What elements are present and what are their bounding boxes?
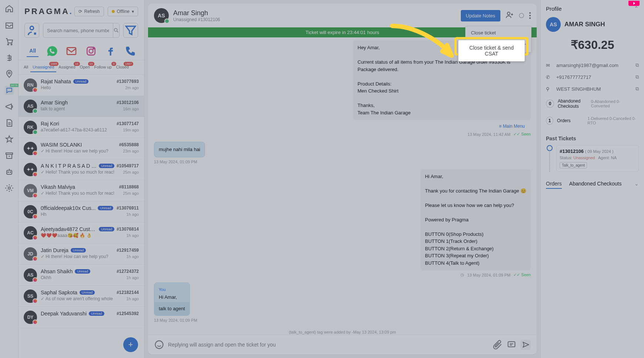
close-ticket-csat-option[interactable]: Close ticket & send CSAT [466, 39, 531, 52]
template-icon[interactable] [506, 339, 517, 350]
filter-button[interactable] [123, 23, 138, 38]
ticket-id: #12724372 [117, 269, 139, 274]
home-icon[interactable] [5, 4, 14, 13]
collapse-icon[interactable]: ⌃ [634, 5, 639, 12]
ticket-id: #13076911 [117, 205, 139, 211]
svg-point-4 [8, 172, 9, 173]
svg-rect-9 [67, 48, 76, 55]
close-ticket-option[interactable]: Close ticket [466, 26, 531, 39]
status-toggle[interactable]: Offline ▾ [108, 7, 138, 16]
conversation-list[interactable]: RN Rajat NahataUnread#13077693 Hello2m a… [19, 75, 144, 358]
settings-icon[interactable] [5, 184, 14, 193]
conversation-snippet: ✓ Hi there! How can we help you? [41, 148, 123, 154]
message-meta: 13 May 2024, 11:42 AM✓✓ Seen [467, 132, 531, 137]
message-meta: 13 May 2024, 01:09 PM [154, 318, 197, 322]
archive-icon[interactable] [5, 151, 14, 160]
filter-tab[interactable]: All [21, 63, 30, 72]
conversation-item[interactable]: RN Rajat NahataUnread#13077693 Hello2m a… [19, 75, 144, 96]
profile-title: Profile [546, 6, 562, 12]
chat-icon[interactable] [5, 86, 14, 95]
record-indicator[interactable] [628, 1, 640, 6]
attach-icon[interactable] [492, 339, 503, 350]
conversation-item[interactable]: AC Ajeetyadav4872 Custo...Unread#1307681… [19, 223, 144, 244]
refresh-button[interactable]: ⟳ Refresh [74, 7, 104, 16]
conversation-item[interactable]: RK Raj Kori#13077147 a7eca6ef-a617-47ba-… [19, 117, 144, 138]
main-menu-link[interactable]: ≡ Main Menu [499, 124, 525, 129]
whatsapp-icon[interactable] [46, 45, 58, 57]
filter-tabs: AllUnassigned1885Assigned16Open15Follow … [19, 60, 144, 75]
profile-email: amarsinghji1987@gmail.com [556, 63, 618, 68]
filter-tab[interactable]: Closed1887 [114, 63, 131, 72]
svg-point-11 [89, 49, 93, 53]
ticket-id: #6535888 [119, 142, 139, 147]
assign-shuffle-button[interactable] [24, 23, 39, 38]
message-meta: 13 May 2024, 01:09 PM [154, 160, 197, 164]
channel-tabs: All [19, 42, 144, 60]
conversation-snippet: ✓ Hello! Thank you so much for reac! [41, 191, 123, 196]
inbox-icon[interactable] [5, 21, 14, 30]
phone-icon[interactable] [124, 45, 136, 57]
add-agent-icon[interactable] [506, 11, 514, 20]
past-ticket[interactable]: #13012106 ( 09 May 2024 ) Status: Unassi… [556, 145, 639, 172]
doc-icon[interactable] [5, 118, 14, 127]
conversation-item[interactable]: AS Ahsan ShaikhUnread#12724372 Okhh1h ag… [19, 265, 144, 286]
conversation-snippet: ✓ Hello! Thank you so much for reac! [41, 170, 123, 175]
conversation-item[interactable]: DY Deepak YaduvanshiUnread#12545392 [19, 307, 144, 328]
chat-title: Amar Singh [173, 9, 220, 17]
copy-icon[interactable]: ⧉ [635, 86, 639, 92]
orders-tab[interactable]: Orders [546, 181, 562, 189]
conversation-item[interactable]: AS Amar Singh#13012106 talk to agent16m … [19, 96, 144, 117]
conversation-item[interactable]: 0C 0fficialdeepak10x Cus...Unread#130769… [19, 201, 144, 223]
chat-messages[interactable]: Hey Amar, Current status of all items fr… [148, 37, 537, 335]
star-icon[interactable] [5, 135, 14, 144]
chat-header: AS Amar Singh Unassigned #13012106 Updat… [148, 4, 537, 27]
new-conversation-button[interactable]: + [123, 337, 138, 352]
conversation-item[interactable]: VM Vikash Malviya#8118868 ✓ Hello! Thank… [19, 180, 144, 201]
status-indicator-icon[interactable] [519, 13, 524, 18]
location-icon[interactable] [5, 70, 14, 78]
filter-tab[interactable]: Open15 [78, 63, 92, 72]
conversation-snippet: Okhh [41, 275, 126, 280]
cart-icon[interactable] [5, 37, 14, 46]
svg-point-13 [507, 12, 510, 15]
emoji-icon[interactable] [154, 339, 164, 350]
chevron-down-icon[interactable]: ⌄ [634, 181, 639, 189]
ticket-id: #10549717 [117, 163, 139, 168]
conversation-item[interactable]: ✦✦ A N K I T P R A S A D 🍁Unread#1054971… [19, 159, 144, 180]
unread-badge: Unread [89, 311, 104, 316]
conversation-snippet: ✓ Hi there! How can we help you? [41, 254, 126, 259]
conversation-time: 19m ago [123, 128, 139, 132]
conversation-item[interactable]: ✦✦ WASIM SOLANKI#6535888 ✓ Hi there! How… [19, 138, 144, 159]
more-menu-icon[interactable] [529, 12, 531, 19]
conversation-name: Vikash Malviya [41, 184, 75, 190]
filter-tab[interactable]: Assigned16 [56, 63, 77, 72]
instagram-icon[interactable] [85, 45, 97, 57]
send-button[interactable] [520, 339, 531, 350]
ticket-id: #13076814 [117, 227, 139, 232]
avatar: AC [24, 226, 37, 240]
search-input[interactable] [43, 23, 113, 37]
revenue-icon[interactable] [5, 53, 14, 62]
conversation-name: Rajat Nahata [41, 78, 71, 84]
bot-icon[interactable] [5, 167, 14, 176]
abandoned-tab[interactable]: Abandoned Checkouts [569, 181, 622, 189]
conversation-time: 1h ago [126, 212, 139, 217]
copy-icon[interactable]: ⧉ [635, 74, 639, 80]
unread-badge: Unread [80, 290, 95, 295]
email-icon[interactable] [66, 45, 77, 57]
channel-all[interactable]: All [27, 45, 38, 57]
facebook-icon[interactable] [104, 45, 116, 57]
update-notes-button[interactable]: Update Notes [461, 10, 501, 21]
conversation-name: Deepak Yaduvanshi [41, 311, 87, 317]
broadcast-icon[interactable] [5, 102, 14, 111]
search-button[interactable] [113, 23, 119, 37]
copy-icon[interactable]: ⧉ [635, 62, 639, 68]
conversation-item[interactable]: SS Saphal SapkotaUnread#12182144 ✓ As of… [19, 286, 144, 307]
mail-icon: ✉ [546, 63, 553, 68]
filter-tab[interactable]: Unassigned1885 [30, 63, 56, 72]
compose-input[interactable] [168, 342, 489, 348]
svg-point-1 [11, 44, 12, 45]
conversation-item[interactable]: JD Jatin DurejaUnread#12917459 ✓ Hi ther… [19, 244, 144, 265]
conversation-snippet: talk to agent [41, 106, 123, 111]
filter-tab[interactable]: Follow up0 [92, 63, 114, 72]
